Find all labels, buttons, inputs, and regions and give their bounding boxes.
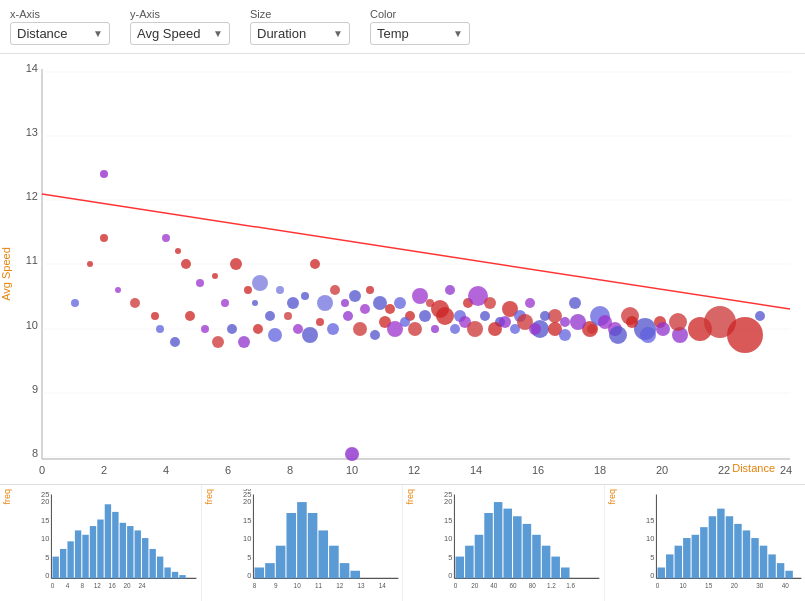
svg-rect-206	[494, 502, 503, 578]
svg-point-91	[170, 337, 180, 347]
svg-point-58	[373, 296, 387, 310]
svg-point-98	[268, 328, 282, 342]
svg-point-110	[408, 322, 422, 336]
svg-point-75	[548, 309, 562, 323]
svg-text:12: 12	[26, 190, 38, 202]
hist-distance-chart: 0 5 10 15 20 25 0	[28, 489, 199, 598]
color-dropdown[interactable]: Temp ▼	[370, 22, 470, 45]
svg-text:5: 5	[650, 553, 654, 562]
x-axis-dropdown[interactable]: Distance ▼	[10, 22, 110, 45]
svg-rect-207	[503, 509, 512, 579]
svg-point-103	[327, 323, 339, 335]
svg-rect-208	[513, 516, 522, 578]
svg-point-62	[412, 288, 428, 304]
svg-rect-183	[318, 530, 328, 578]
svg-rect-144	[60, 549, 66, 578]
svg-point-112	[431, 325, 439, 333]
svg-text:5: 5	[247, 553, 251, 562]
svg-point-57	[366, 286, 374, 294]
svg-text:8: 8	[287, 464, 293, 476]
size-dropdown[interactable]: Duration ▼	[250, 22, 350, 45]
y-axis-value: Avg Speed	[137, 26, 200, 41]
svg-point-134	[100, 170, 108, 178]
svg-text:5: 5	[45, 553, 49, 562]
svg-text:0: 0	[39, 464, 45, 476]
svg-text:15: 15	[243, 516, 251, 525]
y-axis-control: y-Axis Avg Speed ▼	[130, 8, 230, 45]
svg-text:10: 10	[346, 464, 358, 476]
svg-point-119	[499, 316, 511, 328]
svg-point-126	[570, 314, 586, 330]
color-value: Temp	[377, 26, 409, 41]
svg-text:25: 25	[41, 490, 49, 499]
svg-text:14: 14	[26, 62, 38, 74]
svg-rect-235	[725, 516, 732, 578]
svg-rect-239	[759, 546, 766, 579]
svg-text:20: 20	[730, 582, 738, 589]
svg-text:25: 25	[444, 490, 452, 499]
size-label: Size	[250, 8, 350, 20]
svg-rect-184	[329, 546, 339, 579]
svg-rect-209	[523, 524, 532, 579]
svg-text:80: 80	[529, 582, 537, 589]
svg-text:10: 10	[679, 582, 687, 589]
svg-point-55	[349, 290, 361, 302]
svg-rect-210	[532, 535, 541, 579]
svg-rect-232	[700, 527, 707, 578]
svg-text:30: 30	[243, 489, 251, 493]
svg-point-37	[162, 234, 170, 242]
histograms-row: freq 0 5 10 15 20 25	[0, 484, 805, 601]
svg-text:15: 15	[646, 516, 654, 525]
svg-rect-179	[275, 546, 285, 579]
svg-text:13: 13	[357, 582, 365, 589]
svg-rect-178	[265, 563, 275, 578]
svg-text:40: 40	[490, 582, 498, 589]
y-axis: 8 9 10 11 12 13 14 Avg Speed	[0, 62, 790, 459]
svg-point-92	[185, 311, 195, 321]
svg-rect-156	[149, 549, 155, 578]
svg-point-69	[484, 297, 496, 309]
svg-point-33	[100, 234, 108, 242]
svg-point-40	[196, 279, 204, 287]
svg-text:1.2: 1.2	[547, 582, 556, 589]
hist-distance-ylabel: freq	[2, 489, 12, 505]
svg-point-49	[287, 297, 299, 309]
svg-rect-158	[164, 567, 170, 578]
svg-text:60: 60	[510, 582, 518, 589]
histogram-distance: freq 0 5 10 15 20 25	[0, 485, 202, 601]
y-axis-dropdown[interactable]: Avg Speed ▼	[130, 22, 230, 45]
svg-rect-155	[142, 538, 148, 578]
svg-text:9: 9	[274, 582, 278, 589]
svg-rect-182	[307, 513, 317, 578]
svg-point-100	[293, 324, 303, 334]
histogram-temp: freq 0 5 10 15 0 10	[605, 485, 806, 601]
svg-point-87	[727, 317, 763, 353]
svg-point-127	[587, 324, 597, 334]
svg-text:0: 0	[655, 582, 659, 589]
svg-text:0: 0	[247, 571, 251, 580]
svg-rect-157	[157, 557, 163, 579]
svg-rect-160	[179, 575, 185, 578]
svg-point-97	[253, 324, 263, 334]
svg-rect-181	[297, 502, 307, 578]
svg-rect-231	[691, 535, 698, 579]
svg-rect-213	[561, 567, 570, 578]
svg-text:20: 20	[656, 464, 668, 476]
scatter-plot: 8 9 10 11 12 13 14 Avg Speed	[0, 54, 805, 484]
svg-rect-151	[112, 512, 118, 578]
controls-bar: x-Axis Distance ▼ y-Axis Avg Speed ▼ Siz…	[0, 0, 805, 54]
svg-text:1.6: 1.6	[566, 582, 575, 589]
svg-rect-147	[82, 535, 88, 579]
svg-text:10: 10	[243, 534, 251, 543]
svg-point-32	[87, 261, 93, 267]
svg-point-47	[265, 311, 275, 321]
svg-rect-233	[708, 516, 715, 578]
svg-point-51	[310, 259, 320, 269]
svg-text:10: 10	[293, 582, 301, 589]
svg-rect-203	[465, 546, 474, 579]
svg-rect-153	[127, 526, 133, 578]
svg-text:15: 15	[705, 582, 713, 589]
svg-text:11: 11	[314, 582, 322, 589]
svg-point-54	[341, 299, 349, 307]
svg-text:30: 30	[756, 582, 764, 589]
